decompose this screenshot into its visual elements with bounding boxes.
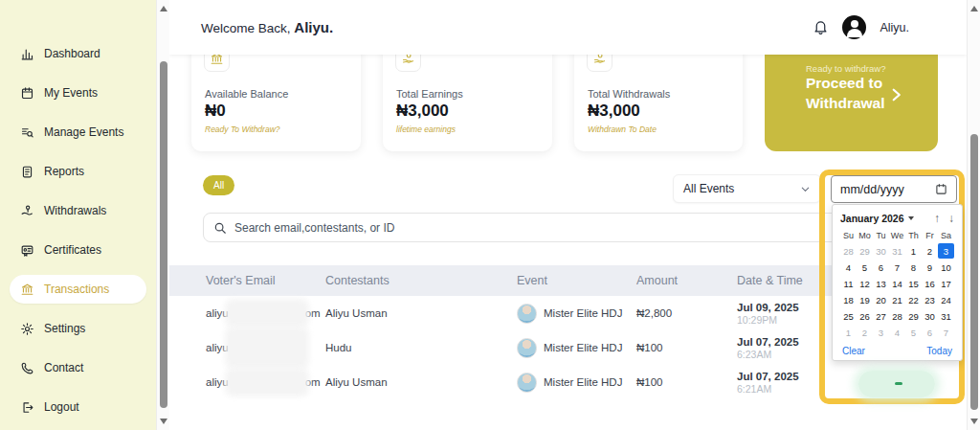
calendar-day[interactable]: 31 <box>938 308 954 324</box>
calendar-day[interactable]: 22 <box>905 292 922 307</box>
card-label: Total Withdrawals <box>588 88 670 100</box>
caret-down-icon <box>908 216 914 220</box>
card-value: ₦3,000 <box>588 102 640 121</box>
date-input[interactable]: mm/dd/yyyy <box>831 175 957 203</box>
col-contestants: Contestants <box>325 274 517 287</box>
sidebar-item-settings[interactable]: Settings <box>10 314 146 343</box>
list-search-icon <box>19 124 34 140</box>
calendar-day[interactable]: 10 <box>938 260 954 275</box>
card-note: Withdrawn To Date <box>588 124 657 134</box>
sidebar: DashboardMy EventsManage EventsReportsWi… <box>0 0 156 430</box>
sidebar-item-label: Manage Events <box>44 125 123 139</box>
calendar-day-header: Fr <box>922 229 938 242</box>
calendar-day[interactable]: 7 <box>889 260 905 275</box>
scroll-up-icon[interactable] <box>160 4 167 11</box>
calendar-day[interactable]: 26 <box>857 308 873 324</box>
inner-scrollbar[interactable] <box>156 0 169 430</box>
sidebar-item-reports[interactable]: Reports <box>10 157 146 186</box>
calendar-day[interactable]: 28 <box>889 308 905 324</box>
window-scrollbar[interactable] <box>967 0 980 430</box>
calendar-clear-link[interactable]: Clear <box>842 346 865 356</box>
calendar-day[interactable]: 20 <box>873 292 889 307</box>
calendar-day[interactable]: 2 <box>922 243 938 259</box>
calendar-icon[interactable] <box>935 183 947 195</box>
calendar-day[interactable]: 8 <box>905 260 922 275</box>
card-label: Available Balance <box>205 88 288 100</box>
calendar-day[interactable]: 15 <box>905 276 922 291</box>
sidebar-item-manage-events[interactable]: Manage Events <box>10 118 146 147</box>
user-avatar[interactable] <box>842 15 866 39</box>
scrollbar-thumb[interactable] <box>160 61 167 408</box>
calendar-day[interactable]: 1 <box>840 325 857 340</box>
calendar-day[interactable]: 5 <box>905 325 922 340</box>
calendar-day[interactable]: 13 <box>873 276 889 291</box>
calendar-day[interactable]: 19 <box>857 292 873 307</box>
calendar-day[interactable]: 27 <box>873 308 889 324</box>
sidebar-item-contact[interactable]: Contact <box>10 353 146 382</box>
sidebar-item-logout[interactable]: Logout <box>10 393 146 421</box>
scrollbar-thumb[interactable] <box>970 134 978 410</box>
sidebar-item-certificates[interactable]: Certificates <box>10 236 146 264</box>
calendar-day[interactable]: 14 <box>889 276 905 291</box>
events-dropdown[interactable]: All Events <box>673 174 821 203</box>
bar-chart-icon <box>19 46 34 61</box>
calendar-day[interactable]: 17 <box>938 276 954 291</box>
calendar-day[interactable]: 24 <box>938 292 954 307</box>
calendar-day[interactable]: 18 <box>840 292 857 307</box>
calendar-day[interactable]: 1 <box>905 243 922 259</box>
user-name: Aliyu. <box>880 21 909 34</box>
scroll-down-icon[interactable] <box>970 419 978 426</box>
calendar-day-header: Mo <box>857 229 873 242</box>
proceed-to-withdrawal-button[interactable]: Ready to withdraw? Proceed to Withdrawal <box>765 38 938 151</box>
calendar-day[interactable]: 12 <box>857 276 873 291</box>
calendar-day[interactable]: 16 <box>922 276 938 291</box>
phone-icon <box>19 360 34 375</box>
calendar-day[interactable]: 7 <box>938 325 954 340</box>
scroll-down-icon[interactable] <box>160 419 167 426</box>
sidebar-item-withdrawals[interactable]: Withdrawals <box>10 196 146 225</box>
table-row[interactable]: aliyuomAliyu UsmanMister Elite HDJ₦100Ju… <box>169 365 962 399</box>
bell-icon[interactable] <box>813 19 829 35</box>
calendar-selected-day[interactable]: 3 <box>938 243 954 259</box>
gear-icon <box>19 321 34 336</box>
calendar-next-button[interactable]: ↓ <box>948 212 954 225</box>
calendar-today-link[interactable]: Today <box>926 346 952 356</box>
col-amount: Amount <box>636 274 737 287</box>
calendar-day[interactable]: 9 <box>922 260 938 275</box>
sidebar-item-label: Reports <box>44 165 84 178</box>
sidebar-item-transactions[interactable]: Transactions <box>10 275 146 304</box>
calendar-prev-button[interactable]: ↑ <box>934 212 940 225</box>
calendar-day[interactable]: 4 <box>840 260 857 275</box>
calendar-day[interactable]: 4 <box>889 325 905 340</box>
calendar-day[interactable]: 21 <box>889 292 905 307</box>
cta-line1: Proceed to <box>806 75 882 91</box>
event-cell: Mister Elite HDJ <box>517 338 636 358</box>
calendar-day[interactable]: 3 <box>873 325 889 340</box>
calendar-day[interactable]: 23 <box>922 292 938 307</box>
calendar-month-selector[interactable]: January 2026 <box>840 213 914 224</box>
sidebar-item-label: Withdrawals <box>44 204 106 217</box>
calendar-day[interactable]: 5 <box>857 260 873 275</box>
amount-cell: ₦100 <box>636 342 737 353</box>
calendar-day[interactable]: 28 <box>840 243 857 259</box>
calendar-day[interactable]: 2 <box>857 325 873 340</box>
calendar-day[interactable]: 25 <box>840 308 857 324</box>
sidebar-item-dashboard[interactable]: Dashboard <box>10 39 146 68</box>
card-value: ₦0 <box>205 102 226 121</box>
total-withdrawals-card: Total Withdrawals ₦3,000 Withdrawn To Da… <box>574 38 743 151</box>
voter-email-cell: aliyuom <box>206 373 325 392</box>
calendar-day[interactable]: 29 <box>857 243 873 259</box>
sidebar-item-my-events[interactable]: My Events <box>10 79 146 107</box>
filter-all-pill[interactable]: All <box>203 175 234 195</box>
calendar-day[interactable]: 30 <box>922 308 938 324</box>
calendar-day[interactable]: 6 <box>922 325 938 340</box>
scroll-up-icon[interactable] <box>970 4 978 11</box>
calendar-day[interactable]: 31 <box>889 243 905 259</box>
calendar-icon <box>19 85 34 101</box>
calendar-day[interactable]: 11 <box>840 276 857 291</box>
calendar-day[interactable]: 30 <box>873 243 889 259</box>
redacted-email <box>230 373 304 392</box>
event-cell: Mister Elite HDJ <box>517 373 636 393</box>
calendar-day[interactable]: 6 <box>873 260 889 275</box>
calendar-day[interactable]: 29 <box>905 308 922 324</box>
